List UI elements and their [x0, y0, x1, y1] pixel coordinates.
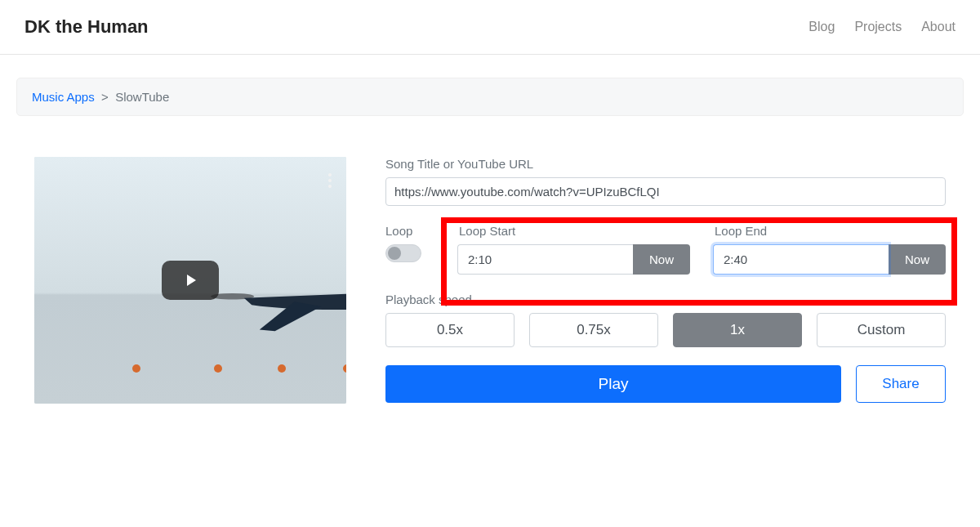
playback-speed-label: Playback speed [385, 293, 946, 306]
loop-end-input[interactable] [713, 244, 889, 275]
url-label: Song Title or YouTube URL [385, 157, 946, 171]
nav-about[interactable]: About [921, 20, 956, 34]
speed-075x-button[interactable]: 0.75x [529, 313, 658, 347]
loop-start-now-button[interactable]: Now [633, 244, 690, 275]
video-thumbnail-subject [203, 263, 346, 337]
main-nav: Blog Projects About [808, 20, 956, 34]
breadcrumb-separator: > [101, 90, 109, 104]
nav-blog[interactable]: Blog [808, 20, 835, 34]
url-input[interactable] [385, 177, 946, 206]
breadcrumb-parent[interactable]: Music Apps [32, 90, 95, 104]
decorative-dot [278, 364, 286, 373]
loop-start-label: Loop Start [459, 224, 690, 238]
play-button[interactable]: Play [385, 365, 841, 403]
decorative-dot [132, 364, 140, 373]
video-player[interactable] [34, 157, 346, 404]
breadcrumb: Music Apps > SlowTube [16, 78, 964, 116]
loop-end-now-button[interactable]: Now [889, 244, 946, 275]
more-options-icon[interactable] [328, 173, 332, 188]
site-title[interactable]: DK the Human [24, 16, 149, 38]
decorative-dot [343, 364, 346, 373]
speed-custom-button[interactable]: Custom [817, 313, 946, 347]
speed-1x-button[interactable]: 1x [673, 313, 802, 347]
loop-end-label: Loop End [715, 224, 946, 238]
breadcrumb-current: SlowTube [115, 90, 169, 104]
loop-start-input[interactable] [457, 244, 633, 275]
speed-05x-button[interactable]: 0.5x [385, 313, 514, 347]
play-icon[interactable] [162, 261, 219, 300]
loop-label: Loop [385, 224, 434, 238]
share-button[interactable]: Share [856, 365, 946, 403]
toggle-knob [388, 247, 401, 260]
loop-toggle[interactable] [385, 244, 421, 262]
decorative-dot [214, 364, 222, 373]
nav-projects[interactable]: Projects [854, 20, 902, 34]
